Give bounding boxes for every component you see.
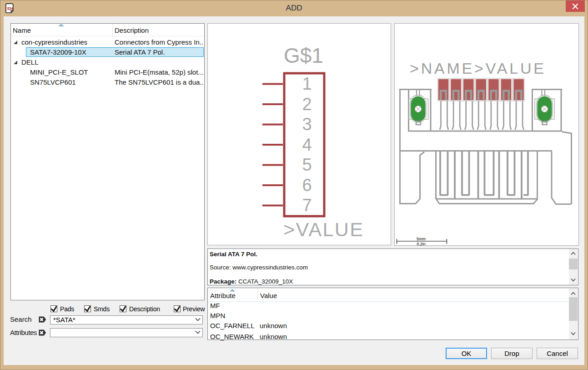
svg-text:2: 2: [302, 95, 312, 114]
svg-text:7: 7: [302, 196, 312, 215]
svg-text:5mm: 5mm: [417, 237, 426, 241]
svg-text:6: 6: [302, 176, 312, 195]
svg-text:>NAME>VALUE: >NAME>VALUE: [410, 60, 546, 77]
svg-text:4: 4: [302, 135, 312, 154]
svg-text:3: 3: [302, 115, 312, 134]
svg-text:G$1: G$1: [284, 44, 323, 67]
svg-text:>VALUE: >VALUE: [283, 218, 364, 240]
svg-text:5: 5: [302, 155, 312, 174]
svg-text:0.2in: 0.2in: [417, 242, 426, 246]
svg-text:SCH: SCH: [7, 6, 13, 11]
svg-text:1: 1: [302, 74, 312, 93]
